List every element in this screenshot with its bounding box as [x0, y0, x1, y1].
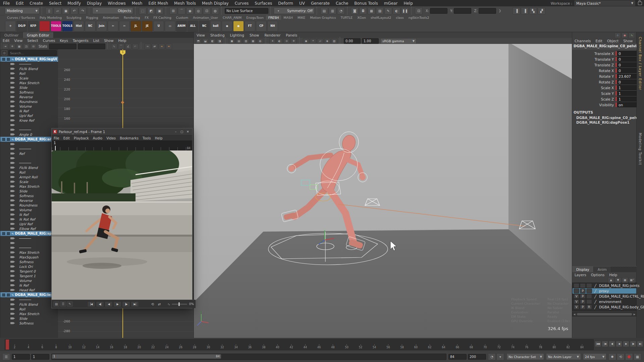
- maximize-button[interactable]: ▢: [179, 129, 185, 134]
- shelf-tab-shelflayout2[interactable]: shelfLayout2: [368, 15, 393, 20]
- playhead-flag[interactable]: 1: [120, 50, 125, 55]
- auto-key-icon[interactable]: [625, 353, 633, 360]
- layer-reference-toggle[interactable]: [586, 283, 592, 288]
- viewport-tool-icon-9[interactable]: ☀: [269, 38, 276, 44]
- workspace-lock-icon[interactable]: [638, 2, 642, 5]
- tree-attr-row[interactable]: Slide: [0, 316, 58, 321]
- layer-reference-toggle[interactable]: [586, 299, 592, 304]
- tree-attr-row[interactable]: Ik Ref: [0, 283, 58, 288]
- tree-attr-row[interactable]: Volume: [0, 104, 58, 109]
- new-layer-icon[interactable]: ▦⁺: [629, 277, 635, 283]
- menu-file[interactable]: File: [0, 0, 13, 6]
- video-playhead[interactable]: [55, 146, 56, 150]
- annotate-icon[interactable]: ✎: [67, 301, 73, 307]
- isolate-icon[interactable]: [6, 137, 10, 141]
- tree-attr-row[interactable]: Scale: [0, 179, 58, 184]
- shelf-tab-fx-caching[interactable]: FX Caching: [151, 15, 173, 20]
- layer-visibility-toggle[interactable]: V: [574, 294, 579, 299]
- ipr-render-icon[interactable]: ◘: [359, 7, 367, 14]
- shelf-tab-ngskintools2[interactable]: ngSkinTools2: [406, 15, 432, 20]
- graph-editor-menu-select[interactable]: Select: [25, 38, 40, 43]
- graph-icon[interactable]: ∿: [629, 33, 635, 38]
- tab-graph-editor[interactable]: Graph Editor: [23, 32, 54, 38]
- shelf-tab-poly-modeling[interactable]: Poly Modeling: [37, 15, 64, 20]
- video-menu-playback[interactable]: Playback: [72, 136, 91, 140]
- tree-attr-row[interactable]: Reverse: [0, 95, 58, 99]
- preferences-icon[interactable]: ▦: [634, 353, 641, 360]
- tree-attr-row[interactable]: Knee Ref: [0, 118, 58, 123]
- viewport-menu-shading[interactable]: Shading: [208, 33, 227, 38]
- range-slider-bar[interactable]: 1 84: [52, 354, 221, 359]
- range-slider-track[interactable]: 1 84: [51, 354, 446, 360]
- layer-type-icon[interactable]: ╱: [593, 305, 598, 309]
- viewport-tool-icon-4[interactable]: ▣: [229, 38, 235, 44]
- tree-attr-row[interactable]: Max Stretch: [0, 80, 58, 85]
- shelf-tab-rigging[interactable]: Rigging: [84, 15, 100, 20]
- selection-mask-dropdown[interactable]: ▾Objects: [92, 7, 133, 14]
- sidebar-channel-box-icon[interactable]: ▚: [529, 7, 537, 14]
- video-menu-audio[interactable]: Audio: [91, 136, 104, 140]
- shelf-button-anim[interactable]: ANIM: [176, 21, 187, 32]
- video-menu-tools[interactable]: Tools: [141, 136, 153, 140]
- tree-attr-row[interactable]: Lock Ori: [0, 264, 58, 269]
- output-node[interactable]: DGBA_MALE_RIG:dagPose1: [572, 120, 637, 125]
- step-back-key-button[interactable]: ◀|: [609, 341, 615, 347]
- pre-infinity-icon[interactable]: ∞: [159, 44, 165, 49]
- gamma-dropdown[interactable]: sRGB gamma▼: [380, 38, 417, 44]
- sidebar-attr-editor-icon[interactable]: ▐: [513, 7, 520, 14]
- shelf-tab-mike[interactable]: MIKE: [295, 15, 308, 20]
- channel-value-field[interactable]: 23.607: [617, 74, 637, 79]
- region-tool-icon[interactable]: ◳: [23, 44, 30, 49]
- list-icon[interactable]: ☰: [60, 301, 66, 307]
- shelf-button-je[interactable]: JE: [142, 21, 153, 32]
- playback-options-icon[interactable]: ◔: [488, 353, 496, 360]
- tree-attr-row[interactable]: Softness: [0, 321, 58, 325]
- video-player-window[interactable]: K Parkour_ref.mp4 - Frame 1 – ▢ ✕ FileEd…: [51, 128, 193, 308]
- insert-key-icon[interactable]: ✛: [9, 44, 15, 49]
- graph-editor-menu-help[interactable]: Help: [116, 38, 128, 43]
- tree-attr-row[interactable]: Tangent 0: [0, 269, 58, 274]
- viewport-tool-icon-3[interactable]: ◨: [216, 38, 223, 44]
- layer-visibility-toggle[interactable]: V: [574, 305, 579, 309]
- layer-type-icon[interactable]: ╱: [593, 294, 598, 298]
- coord-field-2[interactable]: [479, 8, 496, 14]
- snap-view-plane-icon[interactable]: ⊡: [203, 7, 211, 14]
- tree-attr-row[interactable]: Volume: [0, 278, 58, 283]
- time-slider[interactable]: 2468101214161820222426283032343638404244…: [5, 339, 594, 350]
- loop-icon[interactable]: ⟲: [617, 353, 625, 360]
- tree-attr-row[interactable]: Ref: [0, 151, 58, 156]
- viewport-tool-icon-13[interactable]: ◉: [303, 38, 309, 44]
- scroll-left-icon[interactable]: ◀: [573, 313, 576, 316]
- viewport-tool-icon-2[interactable]: ◧: [209, 38, 216, 44]
- menu-mesh-tools[interactable]: Mesh Tools: [171, 0, 199, 6]
- viewport-canvas[interactable]: y: [194, 44, 572, 338]
- shelf-tab-motion-graphics[interactable]: Motion Graphics: [308, 15, 338, 20]
- playlist-icon[interactable]: ▤: [53, 301, 59, 307]
- anim-start-field[interactable]: 1: [12, 354, 30, 360]
- viewport-menu-view[interactable]: View: [194, 33, 208, 38]
- shelf-tab-curves-surfaces[interactable]: Curves / Surfaces: [5, 15, 37, 20]
- shelf-tab-animation-user[interactable]: Animation_User: [191, 15, 220, 20]
- coord-field-1[interactable]: [454, 8, 471, 14]
- shelf-button-[interactable]: ✂: [108, 21, 118, 32]
- snap-point-icon[interactable]: ◉: [186, 7, 194, 14]
- hotkey-icon[interactable]: ✱: [608, 353, 616, 360]
- retime-icon[interactable]: ⊟: [30, 44, 37, 49]
- play-backwards-button[interactable]: ◀: [616, 341, 622, 347]
- channel-box-menu-edit[interactable]: Edit: [593, 39, 605, 43]
- shelf-button-hist[interactable]: Hist: [73, 21, 84, 32]
- menu-mgear[interactable]: mGear: [381, 0, 401, 6]
- tree-attr-row[interactable]: Softness: [0, 90, 58, 95]
- make-live-icon[interactable]: ◍: [211, 7, 219, 14]
- tree-attr-row[interactable]: Ik Ref: [0, 109, 58, 113]
- bookmark-icon[interactable]: ▾: [496, 353, 504, 360]
- shelf-tab-xgen[interactable]: XGen: [355, 15, 368, 20]
- layer-row-dgba-male-rig-joints[interactable]: ╱DGBA_MALE_RIG:joints: [573, 283, 636, 288]
- render-settings-icon[interactable]: ▦: [368, 7, 375, 14]
- isolate-icon[interactable]: [6, 57, 10, 61]
- render-view-icon[interactable]: ◙: [351, 7, 359, 14]
- step-tangent-icon[interactable]: ⌐: [132, 44, 139, 49]
- collapse-icon[interactable]: [2, 293, 6, 297]
- channel-value-field[interactable]: 0: [617, 79, 637, 84]
- layer-visibility-toggle[interactable]: [574, 289, 579, 293]
